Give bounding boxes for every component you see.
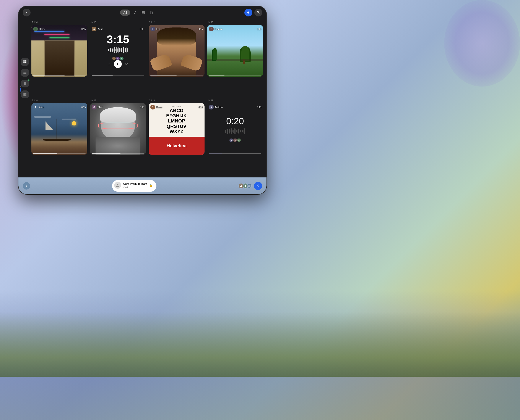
waveform-bar-16 — [118, 47, 118, 52]
oscar-story-header: O Oscar 0:15 — [150, 105, 203, 110]
waveform-bar-27 — [125, 48, 126, 52]
aw-bar-12 — [233, 130, 233, 133]
share-button[interactable] — [254, 182, 262, 190]
oscar-story-card[interactable]: Meet the new ABCDEFGHIJKLMNOPQRSTUVWXYZ … — [149, 103, 204, 155]
top-right-buttons: + — [244, 9, 262, 16]
top-bar: ‹ All — [18, 6, 266, 19]
anna-progress — [92, 75, 144, 75]
add-button[interactable]: + — [244, 9, 252, 16]
frankie-progress-fill — [209, 75, 225, 75]
andrew-content: 0:20 — [207, 103, 263, 155]
waveform-bar-12 — [116, 49, 116, 51]
sidebar-gallery-btn[interactable] — [21, 90, 29, 98]
aw-bar-19 — [237, 130, 237, 133]
pill-avatar — [114, 182, 121, 189]
anna-story-column: Jul 13 A Anna 0:15 3:15 — [90, 21, 146, 97]
anna-author: A Anna — [92, 27, 103, 31]
notification-dot — [28, 79, 30, 81]
chris-duration: 0:15 — [140, 106, 144, 108]
aw-bar-27 — [242, 130, 243, 133]
harry-duration: 0:15 — [81, 28, 85, 30]
andrew-author: A Andrew — [209, 105, 223, 110]
alice-avatar: A — [33, 105, 38, 110]
frankie-avatar: F — [209, 27, 214, 31]
avatar-stack: 12 — [238, 183, 252, 189]
aw-bar-4 — [227, 129, 228, 134]
frankie-name: Frankie — [215, 28, 223, 30]
aw-bar-18 — [236, 130, 237, 133]
alice-progress-fill — [33, 153, 57, 154]
frankie-date: Jul 15 — [207, 21, 263, 24]
eric-author: E Eric — [150, 27, 160, 31]
waveform-bar-20 — [121, 47, 121, 53]
alice-story-card[interactable]: A Alice 0:15 — [31, 103, 87, 155]
waveform-bar-23 — [123, 48, 123, 52]
download-icon[interactable] — [107, 61, 112, 67]
filter-all-tab[interactable]: All — [120, 9, 131, 15]
oscar-author: O Oscar — [150, 105, 163, 110]
filter-photo-icon[interactable] — [140, 9, 147, 16]
participant-count-badge: 12 — [247, 183, 252, 188]
anna-story-card[interactable]: A Anna 0:15 3:15 — [90, 25, 146, 77]
chris-visual — [90, 103, 146, 155]
andrew-music-time: 0:20 — [226, 116, 244, 126]
andrew-story-header: A Andrew 0:15 — [209, 105, 261, 110]
aw-bar-20 — [238, 128, 238, 135]
waveform-bar-17 — [119, 48, 119, 52]
waveform-bar-9 — [114, 48, 114, 52]
aw-bar-14 — [234, 129, 234, 134]
neon-green — [49, 38, 70, 38]
plus-icon: + — [247, 10, 250, 15]
frankie-progress — [209, 75, 261, 75]
pill-time: 3:15 — [123, 185, 147, 188]
alice-date: Jul 16 — [31, 99, 87, 102]
sidebar-grid-btn[interactable] — [21, 58, 29, 66]
eric-story-card[interactable]: E Eric 0:15 — [149, 25, 204, 77]
andrew-mini-av-2: B — [233, 138, 237, 142]
waveform-bar-8 — [113, 48, 113, 52]
filter-doc-icon[interactable] — [148, 9, 155, 16]
aw-bar-10 — [231, 128, 232, 135]
back-button[interactable]: ‹ — [23, 9, 31, 16]
eric-progress — [150, 75, 203, 75]
harry-avatar: H — [33, 27, 38, 31]
search-button[interactable] — [254, 9, 262, 16]
story-info-pill[interactable]: Core Product Team 3:15 🔒 — [112, 180, 156, 192]
bottom-right: 12 — [238, 182, 262, 190]
andrew-mini-av-1: A — [229, 138, 233, 142]
waveform-bar-5 — [111, 47, 111, 53]
filter-music-icon[interactable] — [132, 9, 139, 16]
waveform-bar-21 — [121, 48, 122, 52]
harry-progress — [33, 75, 85, 75]
anna-duration: 0:15 — [140, 28, 144, 30]
alice-duration: 0:15 — [81, 106, 85, 108]
waveform-bar-26 — [124, 48, 125, 52]
anna-author-icons: A B C — [112, 57, 124, 60]
bottom-center: Core Product Team 3:15 🔒 — [30, 180, 238, 192]
aw-bar-22 — [239, 129, 240, 134]
oscar-alphabet-text: ABCDEFGHIJKLMNOPQRSTUVWXYZ — [166, 108, 187, 134]
frankie-tree-2 — [213, 48, 217, 60]
bottom-back-button[interactable]: ‹ — [23, 182, 30, 189]
chris-glasses — [98, 123, 138, 129]
harry-author: H Harry — [33, 27, 45, 31]
frankie-story-header: F Frankie 0:15 — [209, 27, 261, 31]
andrew-story-card[interactable]: A Andrew 0:15 0:20 — [207, 103, 263, 155]
anna-music-content: 3:15 — [90, 25, 146, 77]
sidebar-columns-btn[interactable] — [21, 69, 29, 77]
frankie-story-card[interactable]: F Frankie 0:15 — [207, 25, 263, 77]
andrew-mini-av-3: C — [237, 138, 241, 142]
pill-info: Core Product Team 3:15 — [123, 182, 147, 188]
oscar-brand-area: Helvetica — [149, 137, 204, 155]
aw-bar-5 — [228, 128, 228, 135]
harry-story-card[interactable]: H Harry 0:15 — [31, 25, 87, 77]
sidebar-bookmark-btn[interactable] — [21, 80, 29, 87]
play-button[interactable] — [114, 60, 122, 68]
chris-story-card[interactable]: C Chris 0:15 — [90, 103, 146, 155]
text-icon[interactable]: Aa — [124, 61, 129, 67]
aw-bar-15 — [234, 128, 235, 135]
cloud-1 — [34, 116, 51, 118]
oscar-story-column: Jul 18 Meet the new ABCDEFGHIJKLMNOPQRST… — [149, 99, 204, 175]
pill-progress-bar — [114, 191, 154, 191]
andrew-avatar: A — [209, 105, 214, 110]
